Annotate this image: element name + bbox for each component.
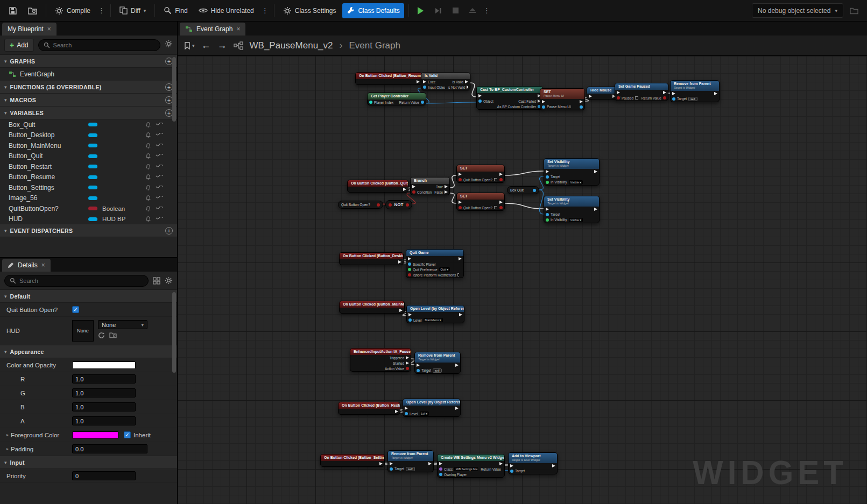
tab-event-graph[interactable]: Event Graph × [180,23,245,36]
breadcrumb-root[interactable]: WB_PauseMenu_v2 [250,40,333,51]
variable-row[interactable]: Button_Desktop [0,130,177,141]
variable-row[interactable]: QuitButtonOpen?Boolean [0,203,177,214]
event-graph-canvas[interactable]: WIDGET On Button Clicked (Button_Resume)… [178,56,867,504]
bell-icon[interactable] [145,143,151,149]
graph-node-on-clicked-settings[interactable]: On Button Clicked (Button_Settings) [320,454,385,467]
variable-type-pill[interactable] [88,133,97,137]
chevron-right-icon[interactable]: ▸ [6,432,9,437]
graph-node-set-quit-open-1[interactable]: SETQuit Button Open? [456,165,505,183]
use-selected-icon[interactable] [98,332,105,339]
graph-node-cast-to-bp-customcontroller[interactable]: Cast To BP_CustomControllerObjectCast Fa… [476,86,543,110]
forward-button[interactable]: → [217,40,227,51]
bell-icon[interactable] [145,174,151,180]
graph-node-set-pause-menu-ui[interactable]: SETPause Menu UIPause Menu UI [540,88,585,110]
variable-type-pill[interactable] [88,186,97,189]
section-default[interactable]: ▾ Default [0,290,177,303]
pin-checkbox[interactable] [494,178,497,181]
graph-node-ia-pause[interactable]: EnhancedInputAction IA_PauseTriggeredSta… [350,348,411,372]
bell-icon[interactable] [145,205,151,212]
visibility-eye-icon[interactable] [156,217,163,221]
tab-details[interactable]: Details × [2,259,51,272]
pin-dropdown[interactable]: WB Settings Me... ▾ [454,467,478,471]
hud-asset-thumbnail[interactable]: None [72,320,94,342]
class-settings-button[interactable]: Class Settings [279,3,341,18]
play-options-button[interactable]: ⋮ [482,6,491,15]
visibility-eye-icon[interactable] [156,165,163,169]
graph-node-set-visibility-1[interactable]: Set VisibilityTarget is WidgetTargetIn V… [544,158,600,186]
close-icon[interactable]: × [47,25,51,33]
variable-type-pill[interactable] [88,175,97,179]
diff-button[interactable]: Diff ▾ [115,3,150,18]
breadcrumb-current[interactable]: Event Graph [349,40,400,51]
add-function-button[interactable]: + [165,83,173,91]
variable-row[interactable]: Button_Settings [0,182,177,193]
hide-unrelated-button[interactable]: Hide Unrelated [194,3,258,18]
pin-dropdown[interactable]: Quit ▾ [439,267,450,272]
pin-checkbox[interactable] [635,96,638,100]
close-icon[interactable]: × [236,25,240,33]
browse-icon[interactable] [109,332,117,338]
variable-row[interactable]: Button_Resume [0,172,177,183]
add-event-dispatcher-button[interactable]: + [165,227,173,235]
graph-node-remove-from-parent-1[interactable]: Remove from ParentTarget is WidgetTarget… [670,80,720,102]
variable-type-pill[interactable] [88,165,97,168]
r-input[interactable]: 1.0 [72,374,136,384]
variable-row[interactable]: HUDHUD BP [0,214,177,225]
pin-tag[interactable]: self [406,467,415,471]
variable-row[interactable]: Button_Quit [0,151,177,162]
class-defaults-button[interactable]: Class Defaults [342,3,404,18]
add-button[interactable]: + Add [4,39,34,52]
visibility-eye-icon[interactable] [156,186,163,190]
pin-dropdown[interactable]: Lvl ▾ [420,411,429,416]
inherit-checkbox[interactable]: ✓ [124,431,131,438]
close-icon[interactable]: × [41,261,45,269]
pin-tag[interactable]: self [433,368,442,373]
pin-dropdown[interactable]: MainMenu ▾ [424,318,443,322]
pin-dropdown[interactable]: Visible ▾ [569,218,583,222]
visibility-eye-icon[interactable] [156,133,163,137]
graph-node-create-widget[interactable]: Create WB Settings Menu v2 WidgetClassWB… [437,454,505,478]
add-macro-button[interactable]: + [165,96,173,104]
section-appearance[interactable]: ▾ Appearance [0,345,177,358]
bell-icon[interactable] [145,164,151,170]
variable-type-pill[interactable] [88,217,97,221]
hide-unrelated-options-button[interactable]: ⋮ [260,6,270,15]
graph-node-open-level-2[interactable]: Open Level (by Object Reference)LevelLvl… [403,399,461,417]
pin-tag[interactable]: self [688,97,697,101]
variable-type-pill[interactable] [88,144,97,147]
pin-checkbox[interactable] [494,206,497,209]
foreground-color-swatch[interactable] [72,431,118,439]
section-variables[interactable]: ▾ VARIABLES + [0,107,177,119]
padding-input[interactable]: 0.0 [72,444,147,453]
section-macros[interactable]: ▾ MACROS + [0,94,177,107]
bell-icon[interactable] [145,216,151,222]
color-opacity-swatch[interactable] [72,361,136,369]
grid-view-icon[interactable] [153,277,160,285]
variable-type-pill[interactable] [88,154,97,158]
graph-node-branch[interactable]: BranchTrueConditionFalse [410,177,450,195]
bookmarks-button[interactable]: ▾ [184,42,195,49]
graph-node-get-quit-button-open[interactable]: Quit Button Open? [338,201,383,209]
section-event-dispatchers[interactable]: ▾ EVENT DISPATCHERS + [0,224,177,237]
priority-input[interactable]: 0 [72,471,136,480]
section-input[interactable]: ▾ Input [0,456,177,469]
variable-row[interactable]: Button_Restart [0,161,177,172]
graph-node-add-to-viewport[interactable]: Add to ViewportTarget is User WidgetTarg… [508,452,558,474]
g-input[interactable]: 1.0 [72,388,136,397]
graph-node-on-clicked-restart[interactable]: On Button Clicked (Button_Restart) [338,402,400,415]
graph-node-is-valid[interactable]: Is ValidExecIs ValidInput ObjectIs Not V… [421,72,470,90]
bell-icon[interactable] [145,153,151,159]
tab-my-blueprint[interactable]: My Blueprint × [2,23,57,36]
variable-type-pill[interactable] [88,123,97,126]
my-blueprint-search-input[interactable]: Search [38,39,160,51]
graph-node-get-player-controller[interactable]: Get Player ControllerPlayer IndexReturn … [367,93,426,105]
graph-node-set-quit-open-2[interactable]: SETQuit Button Open? [456,193,505,211]
quit-button-open-checkbox[interactable]: ✓ [72,306,79,313]
graph-node-set-game-paused[interactable]: Set Game PausedPausedReturn Value [615,83,668,101]
variable-row[interactable]: Box_Quit [0,119,177,130]
pin-checkbox[interactable] [457,273,459,276]
section-functions[interactable]: ▾ FUNCTIONS (36 OVERRIDABLE) + [0,81,177,94]
pin-dropdown[interactable]: Visible ▾ [569,180,583,184]
details-search-input[interactable]: Search [4,275,149,287]
my-blueprint-scrollbar[interactable] [172,57,176,122]
